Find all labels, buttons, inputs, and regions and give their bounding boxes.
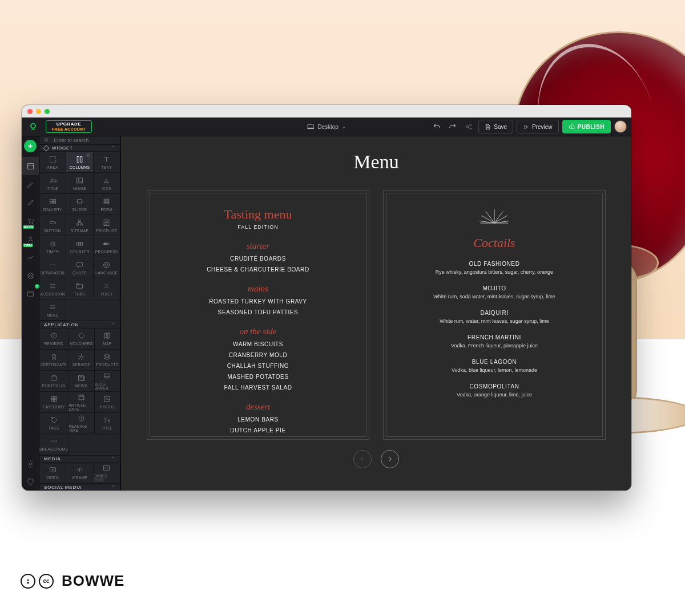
app-photo[interactable]: PHOTO — [95, 392, 120, 413]
close-window-icon[interactable] — [27, 109, 33, 114]
app-breadcrumb[interactable]: BREADCRUMB — [39, 434, 68, 455]
rail-ecommerce[interactable]: BETA — [22, 212, 39, 230]
svg-rect-24 — [53, 202, 55, 204]
app-article-date[interactable]: ARTICLE DATE — [68, 392, 94, 413]
user-avatar[interactable] — [614, 120, 627, 133]
tasting-subtitle: FALL EDITION — [237, 224, 279, 230]
menu-card-tasting[interactable]: Tasting menu FALL EDITION starter CRUDIT… — [147, 190, 369, 440]
widget-language[interactable]: LANGUAGE — [94, 257, 120, 278]
widget-form[interactable]: FORM — [94, 194, 120, 215]
section-social[interactable]: SOCIAL MEDIA⌃ — [39, 484, 120, 491]
rail-pages[interactable] — [22, 157, 39, 175]
add-element-button[interactable]: + — [24, 140, 37, 152]
publish-label: PUBLISH — [578, 124, 605, 130]
section-media[interactable]: MEDIA⌃ — [39, 455, 120, 463]
editor-canvas[interactable]: Menu Tasting menu FALL EDITION starter C… — [121, 136, 631, 491]
menu-item: CRANBERRY MOLD — [229, 352, 288, 358]
widget-pricelist[interactable]: PRICELIST — [94, 215, 120, 236]
widget-area[interactable]: AREA — [39, 152, 66, 173]
widget-progress[interactable]: PROGRESS — [94, 236, 120, 257]
svg-rect-26 — [104, 199, 109, 200]
app-news[interactable]: NEWS — [68, 371, 94, 392]
widget-button[interactable]: BUTTON — [39, 215, 66, 236]
menu-item: DUTCH APPLE PIE — [230, 427, 285, 433]
cc-attribution-icon — [21, 574, 35, 589]
widget-quote[interactable]: QUOTE — [66, 257, 93, 278]
media-grid: VIDEO IFRAME EMBED CODE — [39, 463, 120, 484]
prev-slide-button[interactable] — [353, 450, 372, 468]
widget-image[interactable]: IMAGE — [66, 173, 93, 194]
app-service[interactable]: SERVICE — [68, 350, 94, 371]
minimize-window-icon[interactable] — [36, 109, 41, 114]
app-vouchers[interactable]: VOUCHERS — [68, 329, 94, 350]
rail-design[interactable] — [22, 193, 39, 212]
media-iframe[interactable]: IFRAME — [66, 463, 93, 484]
widget-menu[interactable]: MENU — [39, 299, 66, 321]
svg-rect-8 — [27, 163, 33, 169]
widget-slider[interactable]: SLIDER — [66, 194, 93, 215]
menu-card-cocktails[interactable]: Coctails OLD FASHIONED Rye whisky, angos… — [383, 190, 606, 440]
cocktail-desc: White rum, water, mint leaves, sugar syr… — [440, 318, 549, 324]
cocktail-name: MOJITO — [482, 285, 506, 291]
app-category[interactable]: CATEGORY — [39, 392, 68, 413]
menu-item: LEMON BARS — [237, 416, 279, 423]
rail-crm[interactable]: CRM — [22, 230, 39, 248]
maximize-window-icon[interactable] — [45, 109, 50, 114]
menu-item: WARM BISCUITS — [233, 341, 283, 347]
undo-button[interactable] — [430, 120, 443, 133]
svg-rect-15 — [50, 156, 55, 162]
publish-button[interactable]: PUBLISH — [562, 120, 611, 133]
save-button[interactable]: Save — [478, 120, 513, 133]
media-video[interactable]: VIDEO — [39, 463, 66, 484]
app-certificate[interactable]: CERTIFICATE — [39, 350, 68, 371]
widget-sitemap[interactable]: SITEMAP — [66, 215, 93, 236]
panel-search[interactable] — [39, 136, 120, 144]
widget-tubs[interactable]: TUBS — [66, 278, 93, 299]
search-input[interactable] — [53, 137, 116, 144]
svg-rect-12 — [27, 293, 33, 296]
widget-title[interactable]: TITLE — [39, 173, 66, 194]
svg-point-4 — [466, 126, 468, 127]
svg-rect-23 — [50, 202, 52, 204]
app-blog-banner[interactable]: BLOG BANER — [95, 371, 120, 392]
media-embed[interactable]: EMBED CODE — [94, 463, 120, 484]
widget-separator[interactable]: SEPARATOR — [39, 257, 66, 278]
app-portfolio[interactable]: PORTFOLIO — [39, 371, 68, 392]
menu-item: CHEESE & CHARCUTERIE BOARD — [207, 266, 309, 273]
section-application[interactable]: APPLICATION⌃ — [39, 321, 120, 328]
redo-button[interactable] — [446, 120, 459, 133]
menu-item: CHALLAH STUFFING — [227, 363, 289, 369]
cocktail-name: OLD FASHIONED — [469, 261, 520, 267]
preview-button[interactable]: Preview — [517, 120, 559, 133]
app-map[interactable]: MAP — [95, 329, 120, 350]
menu-item: FALL HARVEST SALAD — [224, 384, 292, 391]
widget-logo[interactable]: LOGO — [94, 278, 120, 299]
widget-accordion[interactable]: ACCORDION — [39, 278, 66, 299]
app-title[interactable]: TITLE — [95, 413, 120, 434]
app-logo[interactable] — [25, 119, 41, 135]
application-grid: REVIEWS VOUCHERS MAP CERTIFICATE SERVICE… — [39, 329, 120, 455]
section-widget[interactable]: WIDGET⌃ — [39, 144, 120, 152]
rail-settings[interactable] — [22, 455, 39, 473]
rail-analytics[interactable] — [22, 248, 39, 266]
widget-timer[interactable]: TIMER — [39, 236, 66, 257]
widget-columns[interactable]: ○COLUMNS — [66, 152, 93, 173]
rail-help[interactable] — [22, 473, 39, 491]
app-reviews[interactable]: REVIEWS — [39, 329, 68, 350]
app-reading-time[interactable]: READING TIME — [68, 413, 94, 434]
share-button[interactable] — [462, 120, 475, 133]
upgrade-button[interactable]: UPGRADE FREE ACCOUNT — [46, 120, 92, 133]
widget-icon[interactable]: ICON — [94, 173, 120, 194]
cocktail-desc: Vodka, French liqueur, pineapple juice — [451, 343, 538, 348]
app-products[interactable]: PRODUCTS — [95, 350, 120, 371]
device-selector[interactable]: Desktop ⌄ — [307, 124, 346, 130]
svg-point-20 — [106, 179, 107, 180]
rail-edit[interactable] — [22, 175, 39, 193]
next-slide-button[interactable] — [381, 450, 399, 468]
widget-counter[interactable]: COUNTER — [66, 236, 93, 257]
widget-gallery[interactable]: GALLERY — [39, 194, 66, 215]
rail-apps[interactable]: 1 — [22, 285, 39, 303]
widget-text[interactable]: TEXT — [94, 152, 120, 173]
rail-layers[interactable] — [22, 266, 39, 285]
app-tags[interactable]: TAGS — [39, 413, 68, 434]
